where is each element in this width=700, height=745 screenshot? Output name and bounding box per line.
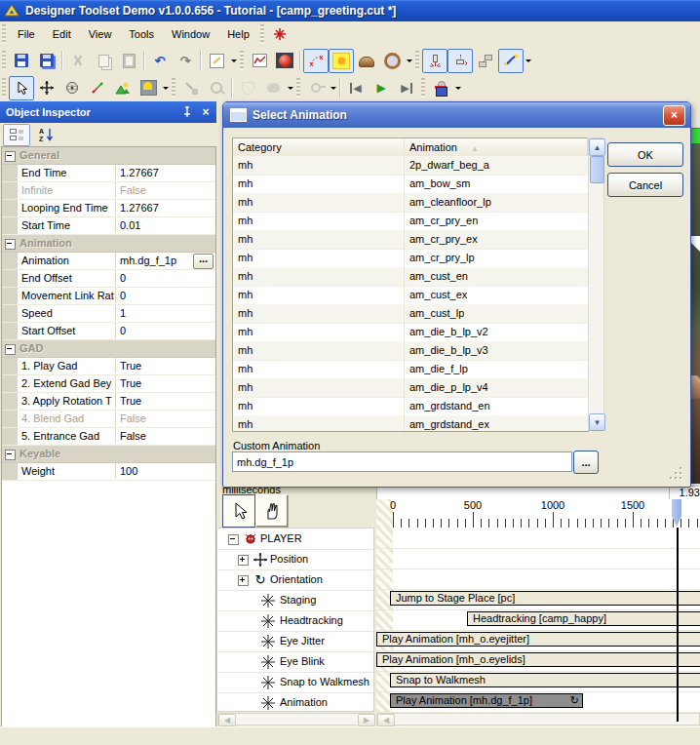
column-header-category[interactable]: Category — [233, 138, 405, 156]
lighting-button[interactable] — [329, 49, 354, 73]
property-row[interactable]: 5. Entrance GadFalse — [2, 428, 215, 446]
categorized-view-button[interactable] — [3, 124, 30, 146]
select-tool-button[interactable] — [9, 76, 34, 100]
scroll-up-button[interactable]: ▲ — [589, 138, 605, 156]
pan-mode-button[interactable] — [255, 494, 289, 528]
collapse-icon[interactable] — [5, 151, 16, 162]
redo-button[interactable]: ↷ — [173, 49, 198, 73]
timeline-horizontal-scrollbar[interactable]: ◀ — [376, 713, 700, 725]
timeline-row[interactable] — [376, 569, 700, 590]
track-staging[interactable]: Staging — [217, 590, 373, 611]
list-row[interactable]: mham_die_f_lp — [233, 360, 588, 379]
insert-key-button[interactable] — [422, 49, 447, 73]
scroll-left-button[interactable]: ◀ — [377, 714, 395, 726]
skip-to-start-button[interactable]: ◀ — [343, 76, 369, 100]
list-row[interactable]: mham_grdstand_ex — [233, 415, 588, 432]
list-row[interactable]: mham_cr_pry_lp — [233, 249, 588, 268]
cut-button[interactable] — [65, 49, 91, 73]
property-row[interactable]: Speed1 — [2, 305, 215, 323]
toolbar-grip[interactable] — [296, 78, 300, 98]
property-row[interactable]: 1. Play GadTrue — [2, 358, 215, 375]
render-sphere-button[interactable] — [272, 49, 297, 73]
list-row[interactable]: mham_cr_pry_en — [233, 212, 588, 231]
basket-button[interactable] — [354, 49, 379, 73]
list-row[interactable]: mham_cust_lp — [233, 304, 588, 324]
dialog-title-bar[interactable]: Select Animation × — [223, 102, 690, 128]
timeline-row[interactable] — [376, 528, 700, 549]
toolbar-grip[interactable] — [260, 24, 264, 44]
custom-animation-input[interactable] — [232, 451, 572, 472]
skip-to-end-button[interactable]: ▶ — [394, 76, 419, 100]
property-row[interactable]: 3. Apply Rotation TTrue — [2, 393, 215, 411]
material-sphere-dropdown[interactable] — [405, 50, 413, 72]
save-button[interactable] — [9, 49, 34, 73]
track-headtracking[interactable]: Headtracking — [217, 610, 373, 632]
toolbar-grip[interactable] — [240, 51, 244, 70]
property-row[interactable]: Looping End Time1.27667 — [2, 200, 215, 217]
rotate-tool-button[interactable] — [59, 76, 85, 100]
section-animation[interactable]: Animation — [2, 235, 215, 253]
resize-grip[interactable] — [670, 467, 681, 479]
section-general[interactable]: General — [2, 147, 215, 165]
collapse-icon[interactable] — [228, 534, 239, 545]
play-button[interactable]: ▶ — [369, 76, 394, 100]
expand-icon[interactable] — [238, 575, 249, 586]
scrollbar-thumb[interactable] — [590, 156, 604, 183]
curve-editor-button[interactable] — [247, 49, 272, 73]
edit-properties-button[interactable] — [204, 49, 229, 73]
terrain-view-button[interactable] — [110, 76, 136, 100]
property-row[interactable]: End Offset0 — [2, 270, 215, 288]
helmet-view-dropdown[interactable] — [161, 77, 170, 99]
list-vertical-scrollbar[interactable]: ▲ ▼ — [588, 137, 604, 430]
list-row[interactable]: mham_grdstand_en — [233, 397, 588, 416]
sort-az-button[interactable]: AZ — [33, 124, 60, 146]
track-eye-jitter[interactable]: Eye Jitter — [217, 631, 373, 652]
character-dropdown[interactable] — [453, 77, 462, 99]
property-row[interactable]: Weight100 — [2, 463, 215, 481]
menu-help[interactable]: Help — [218, 23, 258, 45]
track-position[interactable]: Position — [217, 549, 373, 570]
axes-tool-button[interactable] — [85, 76, 110, 100]
key-dropdown[interactable] — [329, 77, 337, 99]
action-bar-eyejitter[interactable]: Play Animation [mh_o.eyejitter] — [376, 632, 700, 647]
curve-interpolation-button[interactable] — [498, 49, 524, 73]
copy-button[interactable] — [91, 49, 116, 73]
menu-view[interactable]: View — [80, 23, 121, 45]
action-bar-headtracking[interactable]: Headtracking [camp_happy] — [467, 611, 700, 626]
scroll-down-button[interactable]: ▼ — [589, 413, 605, 431]
track-player[interactable]: PLAYER — [217, 529, 373, 550]
list-row[interactable]: mham_cr_pry_ex — [233, 230, 588, 250]
curve-interpolation-dropdown[interactable] — [524, 50, 532, 72]
browse-ellipsis-button[interactable]: ... — [573, 451, 599, 474]
list-row[interactable]: mham_die_p_lp_v4 — [233, 378, 588, 398]
property-row[interactable]: Movement Link Rat0 — [2, 288, 215, 305]
shield-button[interactable] — [235, 76, 260, 100]
browse-animation-button[interactable]: ... — [193, 254, 214, 269]
toolbar-grip[interactable] — [172, 78, 175, 98]
select-mode-button[interactable] — [222, 494, 255, 528]
menu-edit[interactable]: Edit — [44, 23, 80, 45]
tree-horizontal-scrollbar[interactable]: ◀ ▶ — [217, 713, 374, 725]
move-tool-button[interactable] — [34, 76, 59, 100]
list-row[interactable]: mham_cust_en — [233, 267, 588, 287]
paste-button[interactable] — [116, 49, 141, 73]
next-key-button[interactable] — [447, 49, 473, 73]
ok-button[interactable]: OK — [607, 142, 683, 167]
pin-icon[interactable] — [179, 104, 195, 120]
action-bar-snap-to-walkmesh[interactable]: Snap to Walkmesh — [390, 673, 700, 687]
playhead-line[interactable] — [677, 528, 679, 722]
expand-icon[interactable] — [238, 555, 249, 566]
cancel-button[interactable]: Cancel — [607, 173, 683, 197]
collapse-icon[interactable] — [5, 450, 16, 460]
track-orientation[interactable]: ↻ Orientation — [217, 569, 373, 591]
section-gad[interactable]: GAD — [2, 340, 215, 358]
action-bar-jump-to-stage[interactable]: Jump to Stage Place [pc] — [390, 591, 700, 606]
time-ruler[interactable]: 0 500 1000 1500 2000 — [376, 499, 700, 529]
scroll-left-button[interactable]: ◀ — [218, 714, 236, 726]
collapse-icon[interactable] — [5, 239, 16, 250]
timeline-row[interactable] — [376, 548, 700, 569]
helmet-view-button[interactable] — [136, 76, 161, 100]
list-row[interactable]: mham_cust_ex — [233, 286, 588, 305]
close-icon[interactable]: × — [198, 104, 214, 120]
action-bar-play-animation-selected[interactable]: Play Animation [mh.dg_f_1p] ↻ — [390, 693, 583, 708]
